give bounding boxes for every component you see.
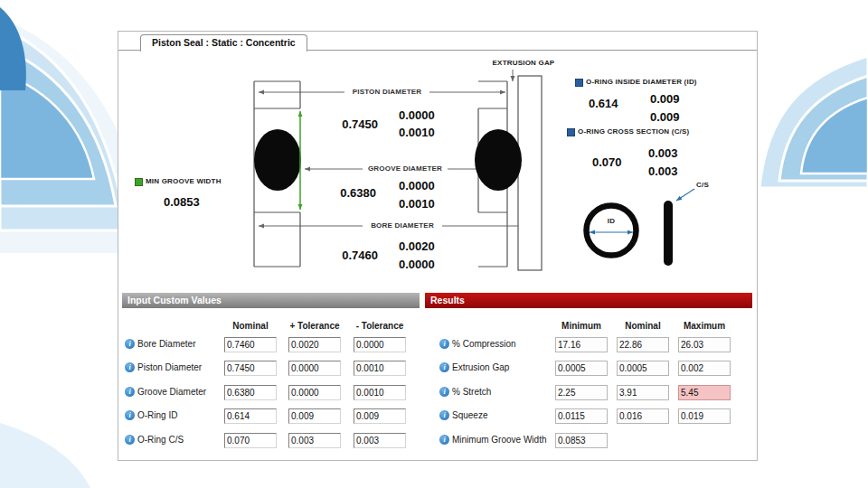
oring-id-minus-tolerance: 0.009: [650, 110, 680, 124]
results-row-extrusion-gap: i Extrusion Gap 0.0005 0.0005 0.002: [425, 361, 752, 376]
results-row-label: Minimum Groove Width: [452, 435, 546, 445]
oring-id-legend-swatch: [575, 79, 583, 87]
piston-diameter-plus-tolerance-input[interactable]: [288, 361, 341, 376]
input-row-label: Piston Diameter: [137, 362, 202, 372]
min-groove-width-label: MIN GROOVE WIDTH: [146, 177, 222, 185]
input-row-label: O-Ring C/S: [137, 435, 184, 445]
extrusion-gap-maximum-value: 0.002: [678, 361, 731, 376]
results-header: Results: [425, 293, 752, 308]
results-row-minimum-groove-width: i Minimum Groove Width 0.0853: [425, 433, 752, 448]
groove-diameter-nominal-input[interactable]: [224, 385, 277, 400]
cs-callout-arrow: [676, 189, 694, 201]
oring-side-view: [664, 201, 673, 266]
compression-nominal-value: 22.86: [617, 337, 669, 352]
groove-diameter-minus-tolerance-input[interactable]: [354, 385, 406, 400]
minimum-groove-width-value: 0.0853: [555, 433, 608, 448]
input-row-label: O-Ring ID: [137, 410, 177, 420]
input-col-plus-tolerance: + Tolerance: [288, 321, 342, 331]
groove-diameter-label: GROOVE DIAMETER: [363, 164, 448, 174]
seal-diagram: [118, 32, 757, 294]
piston-diameter-nominal-input[interactable]: [224, 361, 277, 376]
info-icon[interactable]: i: [439, 435, 449, 445]
oring-id-minus-tolerance-input[interactable]: [354, 408, 406, 424]
tab-label: Piston Seal : Static : Concentric: [152, 37, 296, 48]
groove-diameter-minus-tolerance: 0.0010: [399, 197, 435, 211]
bore-diameter-minus-tolerance-input[interactable]: [354, 337, 406, 352]
oring-id-plus-tolerance-input[interactable]: [288, 408, 341, 424]
oring-cs-minus-tolerance: 0.003: [648, 164, 678, 178]
input-col-minus-tolerance: - Tolerance: [353, 321, 407, 331]
oring-id-inner-label: ID: [603, 217, 619, 225]
bore-diameter-label: BORE DIAMETER: [363, 221, 442, 230]
squeeze-maximum-value: 0.019: [678, 408, 731, 424]
min-groove-width-legend-swatch: [135, 178, 143, 186]
bore-diameter-plus-tolerance-input[interactable]: [288, 337, 341, 352]
results-col-nominal: Nominal: [616, 321, 670, 331]
bore-diameter-minus-tolerance: 0.0000: [399, 258, 435, 271]
oring-cs-minus-tolerance-input[interactable]: [354, 433, 406, 448]
input-row-piston-diameter: i Piston Diameter: [122, 361, 420, 376]
results-row-label: % Stretch: [452, 387, 491, 397]
bore-diameter-plus-tolerance: 0.0020: [399, 239, 435, 253]
results-col-maximum: Maximum: [677, 321, 731, 331]
oring-cs-nominal-input[interactable]: [224, 433, 277, 448]
cs-callout-label: C/S: [696, 181, 709, 189]
stretch-nominal-value: 3.91: [617, 385, 669, 400]
extrusion-gap-nominal-value: 0.0005: [617, 361, 669, 376]
input-row-oring-cs: i O-Ring C/S: [122, 433, 420, 448]
input-row-label: Groove Diameter: [137, 387, 206, 397]
groove-diameter-plus-tolerance-input[interactable]: [288, 385, 341, 400]
piston-diameter-minus-tolerance: 0.0010: [399, 126, 435, 139]
info-icon[interactable]: i: [439, 339, 449, 349]
stretch-minimum-value: 2.25: [555, 385, 608, 400]
info-icon[interactable]: i: [125, 435, 135, 445]
results-row-stretch: i % Stretch 2.25 3.91 5.45: [425, 385, 752, 400]
info-icon[interactable]: i: [439, 362, 449, 372]
input-custom-values-header: Input Custom Values: [122, 293, 420, 308]
input-row-bore-diameter: i Bore Diameter: [122, 337, 420, 352]
info-icon[interactable]: i: [439, 410, 449, 420]
oring-id-plus-tolerance: 0.009: [650, 92, 680, 106]
oring-id-nominal-input[interactable]: [224, 408, 277, 424]
compression-minimum-value: 17.16: [555, 337, 608, 352]
piston-diameter-plus-tolerance: 0.0000: [399, 108, 435, 122]
input-row-groove-diameter: i Groove Diameter: [122, 385, 420, 400]
oring-cs-plus-tolerance-input[interactable]: [288, 433, 341, 448]
stretch-maximum-value-highlighted: 5.45: [678, 385, 731, 400]
bore-diameter-nominal: 0.7460: [328, 249, 378, 262]
info-icon[interactable]: i: [125, 387, 135, 397]
squeeze-minimum-value: 0.0115: [555, 408, 608, 424]
input-col-nominal: Nominal: [223, 321, 278, 331]
results-row-label: % Compression: [452, 339, 516, 349]
slide-background: Piston Seal : Static : Concentric: [0, 0, 868, 488]
input-row-label: Bore Diameter: [137, 339, 195, 349]
info-icon[interactable]: i: [125, 362, 135, 372]
results-row-squeeze: i Squeeze 0.0115 0.016 0.019: [425, 408, 752, 424]
results-row-label: Squeeze: [452, 410, 487, 420]
results-row-label: Extrusion Gap: [452, 362, 509, 372]
piston-diameter-nominal: 0.7450: [328, 117, 378, 131]
bore-diameter-nominal-input[interactable]: [224, 337, 277, 352]
extrusion-gap-minimum-value: 0.0005: [555, 361, 608, 376]
piston-diameter-label: PISTON DIAMETER: [344, 87, 429, 97]
min-groove-width-value: 0.0853: [164, 195, 200, 209]
piston-diameter-minus-tolerance-input[interactable]: [354, 361, 406, 376]
groove-diameter-nominal: 0.6380: [326, 186, 376, 200]
results-row-compression: i % Compression 17.16 22.86 26.03: [425, 337, 752, 352]
oring-front-view: [587, 206, 637, 256]
info-icon[interactable]: i: [125, 410, 135, 420]
oring-id-label: O-RING INSIDE DIAMETER (ID): [586, 78, 697, 86]
oring-cross-section-right: [475, 129, 522, 191]
info-icon[interactable]: i: [439, 387, 449, 397]
compression-maximum-value: 26.03: [678, 337, 731, 352]
oring-cs-label: O-RING CROSS SECTION (C/S): [578, 127, 689, 136]
tab-piston-seal-static-concentric[interactable]: Piston Seal : Static : Concentric: [140, 34, 307, 52]
results-col-minimum: Minimum: [554, 321, 609, 331]
oring-id-nominal: 0.614: [589, 97, 618, 110]
extrusion-gap-label: EXTRUSION GAP: [486, 59, 561, 67]
oring-cs-plus-tolerance: 0.003: [648, 146, 678, 160]
oring-cross-section-left: [254, 129, 301, 191]
oring-cs-nominal: 0.070: [592, 155, 622, 169]
info-icon[interactable]: i: [125, 339, 135, 349]
squeeze-nominal-value: 0.016: [617, 408, 669, 424]
